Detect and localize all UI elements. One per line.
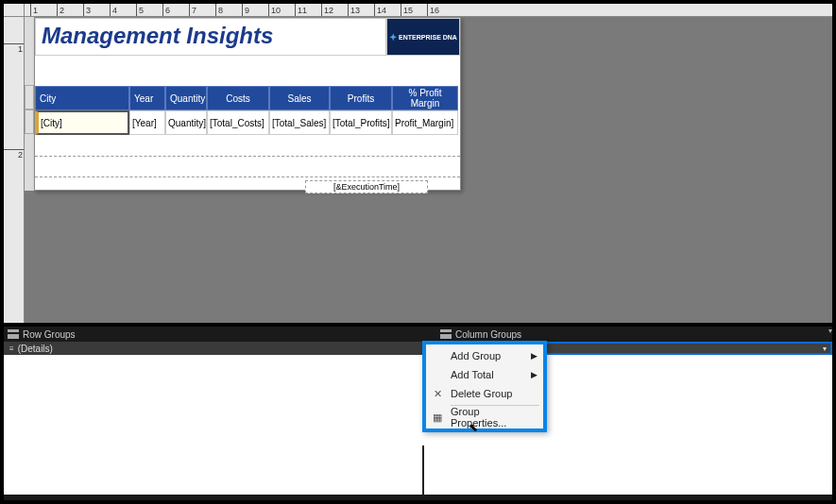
row-group-label: (Details) (18, 344, 53, 354)
menu-label: Group Properties... (451, 406, 537, 428)
th-costs[interactable]: Costs (207, 86, 269, 110)
menu-label: Add Total (451, 369, 494, 380)
ruler-vertical: 1 2 (4, 17, 25, 323)
ruler-tick: 14 (374, 4, 386, 17)
menu-label: Delete Group (451, 388, 512, 399)
ruler-tick: 16 (427, 4, 439, 17)
ruler-tick: 13 (348, 4, 360, 17)
report-body[interactable]: Management Insights ✦ ENTERPRISE DNA Cit… (34, 17, 461, 191)
ruler-tick: 12 (321, 4, 333, 17)
ruler-tick: 8 (215, 4, 223, 17)
ruler-tick: 5 (136, 4, 144, 17)
group-pane-body (4, 355, 832, 495)
td-profits[interactable]: [Total_Profits] (330, 110, 392, 135)
ruler-tick: 9 (242, 4, 249, 17)
menu-delete-group[interactable]: ✕ Delete Group (426, 384, 543, 403)
ruler-horizontal: 1 2 3 4 5 6 7 8 9 10 11 12 13 14 15 16 (25, 4, 832, 17)
row-handle-column (25, 17, 34, 191)
th-city[interactable]: City (35, 86, 129, 110)
row-groups-icon (8, 329, 19, 339)
td-sales[interactable]: [Total_Sales] (269, 110, 330, 135)
ruler-tick: 1 (4, 43, 25, 54)
group-expand-icon: ≡ (9, 344, 14, 353)
table-header-row: City Year Quantity Costs Sales Profits %… (35, 86, 460, 110)
td-qty[interactable]: Quantity] (165, 110, 207, 135)
logo[interactable]: ✦ ENTERPRISE DNA (386, 18, 460, 56)
row-handle[interactable] (25, 109, 34, 134)
column-groups-header: Column Groups (436, 327, 832, 342)
ruler-tick: 11 (295, 4, 307, 17)
row-handle[interactable] (25, 85, 34, 109)
section-divider (35, 176, 460, 177)
ruler-tick: 3 (83, 4, 91, 17)
ruler-tick: 1 (30, 4, 38, 17)
ruler-tick: 7 (189, 4, 196, 17)
menu-group-properties[interactable]: ▦ Group Properties... (426, 408, 543, 427)
td-year[interactable]: [Year] (129, 110, 165, 135)
design-surface[interactable]: 1 2 3 4 5 6 7 8 9 10 11 12 13 14 15 16 1… (4, 4, 832, 323)
ruler-corner (4, 4, 25, 17)
spark-icon: ✦ (389, 32, 397, 42)
status-bar (4, 495, 832, 500)
footer-execution-time[interactable]: [&ExecutionTime] (305, 180, 428, 193)
th-profits[interactable]: Profits (330, 86, 392, 110)
ruler-tick: 10 (268, 4, 281, 17)
ruler-tick: 2 (4, 149, 25, 160)
th-qty[interactable]: Quantity (165, 86, 207, 110)
menu-add-total[interactable]: Add Total ▶ (426, 365, 543, 384)
row-groups-label: Row Groups (23, 329, 76, 340)
row-groups-header: Row Groups (4, 327, 436, 342)
group-pane-options-icon[interactable]: ▾ (828, 327, 832, 335)
submenu-arrow-icon: ▶ (531, 370, 537, 379)
logo-text: ENTERPRISE DNA (399, 34, 457, 41)
context-menu: Add Group ▶ Add Total ▶ ✕ Delete Group ▦… (422, 341, 547, 432)
ruler-tick: 4 (110, 4, 117, 17)
report-area[interactable]: Management Insights ✦ ENTERPRISE DNA Cit… (25, 17, 832, 323)
column-groups-icon (440, 329, 452, 339)
column-groups-label: Column Groups (455, 329, 521, 340)
ruler-tick: 2 (57, 4, 64, 17)
th-year[interactable]: Year (129, 86, 165, 110)
report-title[interactable]: Management Insights (35, 18, 386, 56)
row-group-item[interactable]: ≡ (Details) (4, 342, 436, 355)
section-divider (35, 156, 460, 157)
table-data-row: [City] [Year] Quantity] [Total_Costs] [T… (35, 110, 460, 135)
td-costs[interactable]: [Total_Costs] (207, 110, 269, 135)
delete-icon: ✕ (431, 387, 444, 400)
th-margin[interactable]: % Profit Margin (392, 86, 458, 110)
td-city[interactable]: [City] (35, 110, 129, 135)
menu-add-group[interactable]: Add Group ▶ (426, 346, 543, 365)
submenu-arrow-icon: ▶ (531, 351, 537, 361)
th-sales[interactable]: Sales (269, 86, 330, 110)
ruler-tick: 15 (401, 4, 413, 17)
td-margin[interactable]: Profit_Margin] (392, 110, 458, 135)
dropdown-caret-icon[interactable]: ▾ (823, 344, 827, 353)
ruler-tick: 6 (162, 4, 170, 17)
splitter[interactable] (422, 445, 424, 496)
properties-icon: ▦ (431, 411, 444, 424)
menu-label: Add Group (451, 350, 501, 361)
